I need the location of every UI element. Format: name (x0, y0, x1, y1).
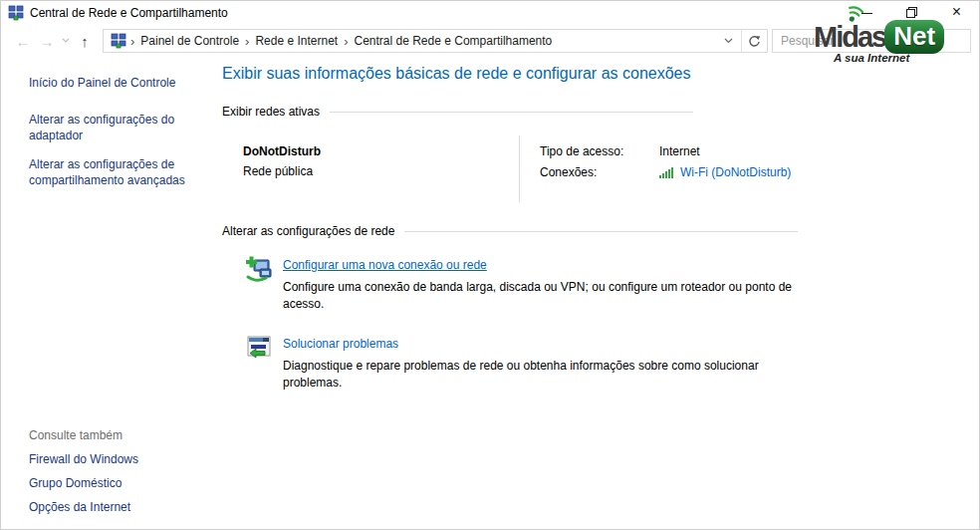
section-divider-line (330, 112, 693, 113)
logo-net-badge: Net (884, 20, 944, 54)
forward-button[interactable]: → (35, 34, 59, 49)
troubleshoot-problems-link[interactable]: Solucionar problemas (283, 337, 398, 351)
task-troubleshoot: Solucionar problemas Diagnostique e repa… (222, 334, 979, 392)
sidebar-item-change-adapter-settings[interactable]: Alterar as configurações do adaptador (29, 112, 203, 143)
access-type-label: Tipo de acesso: (540, 144, 659, 158)
network-tasks: Configurar uma nova conexão ou rede Conf… (222, 255, 979, 392)
troubleshoot-problems-description: Diagnostique e repare problemas de rede … (283, 358, 799, 392)
network-sharing-center-window: Central de Rede e Compartilhamento × Mid… (0, 0, 980, 530)
active-networks-title: Exibir redes ativas (222, 105, 320, 119)
connections-row: Conexões: Wi-Fi (DoNotDisturb) (540, 165, 791, 179)
minimize-icon (861, 13, 872, 14)
breadcrumb-control-panel[interactable]: Painel de Controle (136, 34, 243, 48)
wifi-signal-icon (659, 166, 675, 178)
section-divider-line (404, 231, 798, 232)
network-type: Rede pública (243, 164, 519, 178)
task-new-connection: Configurar uma nova conexão ou rede Conf… (222, 255, 979, 313)
address-bar[interactable]: › Painel de Controle › Rede e Internet ›… (103, 29, 768, 53)
refresh-button[interactable] (741, 30, 767, 52)
logo-text-row: Midas Net (814, 20, 971, 54)
network-identity: DoNotDisturb Rede pública (222, 135, 519, 202)
chevron-down-icon (62, 38, 70, 44)
active-networks-section-header: Exibir redes ativas (222, 105, 693, 119)
connections-label: Conexões: (540, 165, 659, 179)
network-name: DoNotDisturb (243, 144, 519, 158)
network-sharing-icon (111, 33, 126, 49)
window-controls: × (845, 1, 979, 23)
sidebar-item-homegroup[interactable]: Grupo Doméstico (29, 475, 203, 491)
page-title: Exibir suas informações básicas de rede … (222, 65, 979, 83)
change-settings-section-header: Alterar as configurações de rede (222, 224, 798, 238)
breadcrumb-network-internet[interactable]: Rede e Internet (251, 34, 342, 48)
back-button[interactable]: ← (11, 34, 35, 49)
setup-new-connection-link[interactable]: Configurar uma nova conexão ou rede (283, 258, 487, 272)
network-sharing-icon (8, 5, 24, 21)
logo-tagline: A sua Internet (834, 52, 971, 64)
sidebar-item-change-advanced-sharing-settings[interactable]: Alterar as configurações de compartilham… (29, 156, 203, 188)
access-type-value: Internet (659, 144, 700, 158)
address-dropdown-button[interactable] (715, 30, 741, 52)
access-type-row: Tipo de acesso: Internet (540, 144, 791, 158)
up-button[interactable]: ↑ (73, 34, 97, 49)
logo-midas-text: Midas (814, 23, 885, 52)
left-task-pane: Início do Painel de Controle Alterar as … (1, 57, 215, 529)
see-also-header: Consulte também (29, 428, 203, 442)
refresh-icon (748, 35, 761, 48)
task-text: Configurar uma nova conexão ou rede Conf… (283, 255, 799, 313)
restore-button[interactable] (889, 1, 934, 23)
troubleshoot-icon (245, 334, 273, 362)
sidebar-item-windows-firewall[interactable]: Firewall do Windows (29, 451, 203, 467)
connection-value: Wi-Fi (DoNotDisturb) (659, 165, 791, 179)
recent-pages-button[interactable] (59, 38, 73, 44)
setup-new-connection-description: Configure uma conexão de banda larga, di… (283, 279, 799, 313)
new-connection-icon (245, 255, 273, 283)
breadcrumb-separator: › (243, 34, 251, 49)
minimize-button[interactable] (845, 1, 889, 23)
active-network-row: DoNotDisturb Rede pública Tipo de acesso… (222, 135, 979, 202)
breadcrumb-separator: › (128, 34, 136, 49)
window-title: Central de Rede e Compartilhamento (30, 6, 228, 20)
breadcrumb-network-sharing-center[interactable]: Central de Rede e Compartilhamento (351, 34, 557, 48)
close-icon: × (952, 3, 961, 21)
task-text: Solucionar problemas Diagnostique e repa… (283, 334, 799, 392)
sidebar-item-internet-options[interactable]: Opções da Internet (29, 499, 203, 515)
sidebar-item-control-panel-home[interactable]: Início do Painel de Controle (29, 75, 203, 91)
network-details: Tipo de acesso: Internet Conexões: Wi- (519, 135, 791, 202)
wifi-connection-link[interactable]: Wi-Fi (DoNotDisturb) (680, 165, 791, 179)
see-also-section: Consulte também Firewall do Windows Grup… (29, 428, 203, 515)
chevron-down-icon (724, 38, 733, 44)
restore-icon (906, 7, 917, 18)
change-settings-title: Alterar as configurações de rede (222, 224, 394, 238)
address-bar-buttons (715, 30, 767, 52)
close-button[interactable]: × (934, 1, 979, 23)
main-content: Exibir suas informações básicas de rede … (222, 57, 979, 529)
breadcrumb-separator: › (342, 34, 350, 49)
